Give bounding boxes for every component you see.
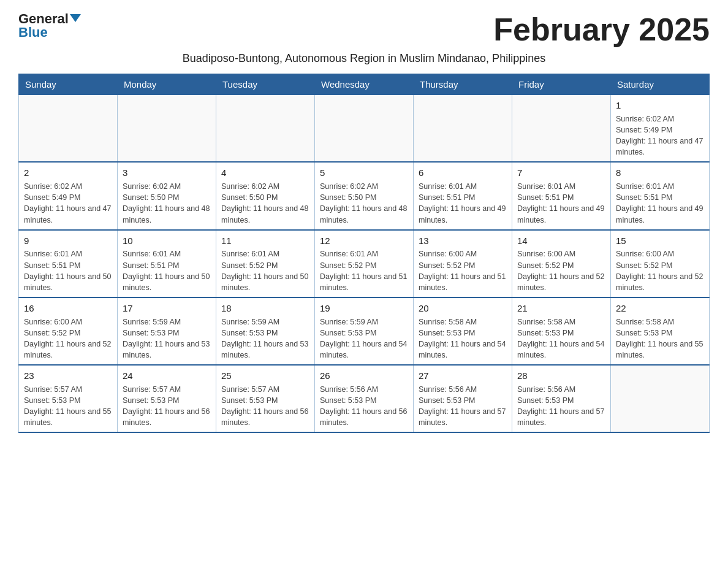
week-row-1: 2Sunrise: 6:02 AMSunset: 5:49 PMDaylight…	[19, 162, 710, 229]
day-info: Sunrise: 6:00 AMSunset: 5:52 PMDaylight:…	[616, 248, 704, 293]
day-info: Sunrise: 5:56 AMSunset: 5:53 PMDaylight:…	[419, 384, 507, 429]
day-number: 21	[517, 302, 605, 315]
day-number: 10	[123, 234, 211, 248]
day-info: Sunrise: 5:57 AMSunset: 5:53 PMDaylight:…	[123, 384, 211, 429]
calendar-cell: 23Sunrise: 5:57 AMSunset: 5:53 PMDayligh…	[19, 365, 118, 432]
calendar-cell: 12Sunrise: 6:01 AMSunset: 5:52 PMDayligh…	[315, 230, 414, 297]
week-row-3: 16Sunrise: 6:00 AMSunset: 5:52 PMDayligh…	[19, 297, 710, 365]
calendar-cell	[19, 95, 118, 163]
calendar-cell: 14Sunrise: 6:00 AMSunset: 5:52 PMDayligh…	[512, 230, 611, 297]
day-info: Sunrise: 5:57 AMSunset: 5:53 PMDaylight:…	[24, 384, 112, 429]
calendar-cell: 21Sunrise: 5:58 AMSunset: 5:53 PMDayligh…	[512, 297, 611, 365]
header-sunday: Sunday	[19, 74, 118, 95]
day-number: 18	[221, 302, 309, 315]
month-title: February 2025	[493, 12, 710, 47]
day-number: 1	[616, 99, 704, 112]
day-number: 14	[517, 234, 605, 248]
calendar-cell: 7Sunrise: 6:01 AMSunset: 5:51 PMDaylight…	[512, 162, 611, 229]
day-number: 23	[24, 369, 112, 383]
day-number: 7	[517, 166, 605, 180]
week-row-0: 1Sunrise: 6:02 AMSunset: 5:49 PMDaylight…	[19, 95, 710, 163]
day-info: Sunrise: 6:01 AMSunset: 5:51 PMDaylight:…	[419, 181, 507, 226]
header-wednesday: Wednesday	[315, 74, 414, 95]
day-info: Sunrise: 5:56 AMSunset: 5:53 PMDaylight:…	[320, 384, 408, 429]
day-number: 22	[616, 302, 704, 315]
day-info: Sunrise: 6:01 AMSunset: 5:51 PMDaylight:…	[517, 181, 605, 226]
day-info: Sunrise: 5:58 AMSunset: 5:53 PMDaylight:…	[616, 316, 704, 361]
day-info: Sunrise: 6:02 AMSunset: 5:49 PMDaylight:…	[24, 181, 112, 226]
logo: General Blue	[18, 12, 81, 39]
calendar-cell: 18Sunrise: 5:59 AMSunset: 5:53 PMDayligh…	[216, 297, 315, 365]
day-number: 2	[24, 166, 112, 180]
day-info: Sunrise: 6:01 AMSunset: 5:52 PMDaylight:…	[221, 248, 309, 293]
day-number: 6	[419, 166, 507, 180]
day-number: 28	[517, 369, 605, 383]
calendar-cell: 22Sunrise: 5:58 AMSunset: 5:53 PMDayligh…	[611, 297, 710, 365]
day-number: 17	[123, 302, 211, 315]
calendar-header: SundayMondayTuesdayWednesdayThursdayFrid…	[19, 74, 710, 95]
calendar-body: 1Sunrise: 6:02 AMSunset: 5:49 PMDaylight…	[19, 95, 710, 433]
header-tuesday: Tuesday	[216, 74, 315, 95]
day-info: Sunrise: 5:58 AMSunset: 5:53 PMDaylight:…	[517, 316, 605, 361]
day-number: 25	[221, 369, 309, 383]
day-number: 3	[123, 166, 211, 180]
calendar-cell	[216, 95, 315, 163]
calendar-cell	[118, 95, 216, 163]
day-info: Sunrise: 6:02 AMSunset: 5:50 PMDaylight:…	[123, 181, 211, 226]
day-info: Sunrise: 6:01 AMSunset: 5:51 PMDaylight:…	[24, 248, 112, 293]
day-info: Sunrise: 6:00 AMSunset: 5:52 PMDaylight:…	[24, 316, 112, 361]
header-monday: Monday	[118, 74, 216, 95]
day-info: Sunrise: 5:59 AMSunset: 5:53 PMDaylight:…	[123, 316, 211, 361]
day-number: 24	[123, 369, 211, 383]
calendar-cell: 8Sunrise: 6:01 AMSunset: 5:51 PMDaylight…	[611, 162, 710, 229]
calendar-cell: 16Sunrise: 6:00 AMSunset: 5:52 PMDayligh…	[19, 297, 118, 365]
calendar-cell	[611, 365, 710, 432]
calendar-cell: 26Sunrise: 5:56 AMSunset: 5:53 PMDayligh…	[315, 365, 414, 432]
day-info: Sunrise: 5:59 AMSunset: 5:53 PMDaylight:…	[221, 316, 309, 361]
day-number: 15	[616, 234, 704, 248]
day-number: 8	[616, 166, 704, 180]
calendar-cell: 17Sunrise: 5:59 AMSunset: 5:53 PMDayligh…	[118, 297, 216, 365]
calendar-cell: 5Sunrise: 6:02 AMSunset: 5:50 PMDaylight…	[315, 162, 414, 229]
calendar-cell: 4Sunrise: 6:02 AMSunset: 5:50 PMDaylight…	[216, 162, 315, 229]
day-info: Sunrise: 6:01 AMSunset: 5:51 PMDaylight:…	[616, 181, 704, 226]
day-info: Sunrise: 6:02 AMSunset: 5:50 PMDaylight:…	[221, 181, 309, 226]
day-number: 11	[221, 234, 309, 248]
day-info: Sunrise: 6:02 AMSunset: 5:50 PMDaylight:…	[320, 181, 408, 226]
logo-general-text: General	[18, 12, 69, 26]
calendar-cell	[414, 95, 512, 163]
day-number: 12	[320, 234, 408, 248]
calendar-cell	[315, 95, 414, 163]
day-info: Sunrise: 6:01 AMSunset: 5:52 PMDaylight:…	[320, 248, 408, 293]
calendar-cell: 11Sunrise: 6:01 AMSunset: 5:52 PMDayligh…	[216, 230, 315, 297]
day-number: 27	[419, 369, 507, 383]
day-number: 16	[24, 302, 112, 315]
header: General Blue February 2025	[18, 12, 710, 47]
calendar-cell: 1Sunrise: 6:02 AMSunset: 5:49 PMDaylight…	[611, 95, 710, 163]
day-number: 26	[320, 369, 408, 383]
day-info: Sunrise: 6:00 AMSunset: 5:52 PMDaylight:…	[517, 248, 605, 293]
week-row-4: 23Sunrise: 5:57 AMSunset: 5:53 PMDayligh…	[19, 365, 710, 432]
day-info: Sunrise: 6:01 AMSunset: 5:51 PMDaylight:…	[123, 248, 211, 293]
calendar-cell: 15Sunrise: 6:00 AMSunset: 5:52 PMDayligh…	[611, 230, 710, 297]
day-number: 19	[320, 302, 408, 315]
day-info: Sunrise: 5:59 AMSunset: 5:53 PMDaylight:…	[320, 316, 408, 361]
day-number: 4	[221, 166, 309, 180]
header-row: SundayMondayTuesdayWednesdayThursdayFrid…	[19, 74, 710, 95]
calendar-cell: 10Sunrise: 6:01 AMSunset: 5:51 PMDayligh…	[118, 230, 216, 297]
calendar-cell: 20Sunrise: 5:58 AMSunset: 5:53 PMDayligh…	[414, 297, 512, 365]
header-friday: Friday	[512, 74, 611, 95]
day-number: 13	[419, 234, 507, 248]
calendar-cell: 24Sunrise: 5:57 AMSunset: 5:53 PMDayligh…	[118, 365, 216, 432]
calendar-cell: 3Sunrise: 6:02 AMSunset: 5:50 PMDaylight…	[118, 162, 216, 229]
calendar-cell: 27Sunrise: 5:56 AMSunset: 5:53 PMDayligh…	[414, 365, 512, 432]
day-info: Sunrise: 6:00 AMSunset: 5:52 PMDaylight:…	[419, 248, 507, 293]
day-number: 9	[24, 234, 112, 248]
week-row-2: 9Sunrise: 6:01 AMSunset: 5:51 PMDaylight…	[19, 230, 710, 297]
day-info: Sunrise: 5:58 AMSunset: 5:53 PMDaylight:…	[419, 316, 507, 361]
calendar-cell: 19Sunrise: 5:59 AMSunset: 5:53 PMDayligh…	[315, 297, 414, 365]
day-number: 5	[320, 166, 408, 180]
subtitle: Buadiposo-Buntong, Autonomous Region in …	[18, 52, 710, 65]
logo-triangle-icon	[70, 14, 81, 22]
calendar-cell: 25Sunrise: 5:57 AMSunset: 5:53 PMDayligh…	[216, 365, 315, 432]
